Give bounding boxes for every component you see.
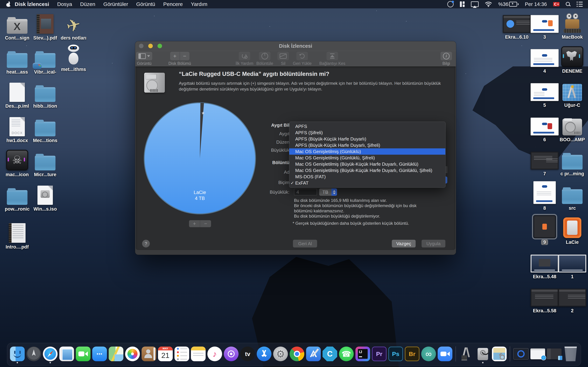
desktop-icon-2[interactable]: 2: [557, 284, 587, 314]
size-input[interactable]: 4: [294, 189, 317, 195]
dock-calendar[interactable]: MAY21: [158, 347, 173, 361]
size-unit-stepper[interactable]: TB: [319, 188, 337, 196]
desktop-icon-6[interactable]: 6: [530, 112, 560, 142]
dock-whatsapp[interactable]: ☎: [339, 347, 354, 361]
title-bar[interactable]: Disk İzlencesi: [135, 41, 456, 51]
dock-messages[interactable]: •••: [92, 347, 107, 361]
dock-minimized-finder-window[interactable]: [547, 349, 562, 359]
desktop-icon-heat-ass[interactable]: heat...ass: [2, 45, 32, 75]
toolbar-erase[interactable]: Sil: [277, 52, 289, 66]
desktop-icon-c-programming[interactable]: c pr...ming: [557, 146, 587, 176]
desktop-icon-9-selected[interactable]: 9: [530, 215, 560, 245]
desktop-icon-deneme[interactable]: DENEME: [557, 44, 587, 74]
menu-item-exfat-checked[interactable]: ✓ExFAT: [289, 180, 445, 186]
dock-circuit-tool[interactable]: [459, 347, 474, 361]
menu-item-apfs-case-sensitive[interactable]: APFS (Büyük-Küçük Harfe Duyarlı): [289, 136, 445, 142]
menu-item-msdos-fat[interactable]: MS-DOS (FAT): [289, 174, 445, 180]
toolbar-view[interactable]: Görüntü: [136, 52, 152, 66]
toolbar-disk-partition[interactable]: + − Disk Bölümü: [168, 52, 191, 66]
dock-minimized-lacie-window[interactable]: [513, 348, 529, 360]
desktop-icon-ekran-6-10[interactable]: Ekra...6.10: [502, 10, 532, 40]
add-partition-button[interactable]: +: [189, 220, 200, 227]
input-source-turkish-flag-icon[interactable]: ★: [553, 2, 560, 6]
dock-xcode[interactable]: [306, 347, 321, 361]
desktop-icon-micr-ture[interactable]: Micr...ture: [30, 147, 60, 177]
dock-contacts[interactable]: [142, 347, 156, 361]
dock-reminders[interactable]: [174, 347, 189, 361]
dock-arduino[interactable]: ∞: [421, 347, 436, 361]
desktop-icon-win-s-iso[interactable]: Win...s.iso: [30, 182, 60, 212]
partition-pie-chart[interactable]: * LaCie 4 TB: [143, 101, 257, 215]
desktop-icon-met-ithms[interactable]: met...ithms: [59, 42, 88, 72]
dock-zoom[interactable]: [438, 347, 452, 361]
desktop-icon-8[interactable]: 8: [530, 181, 560, 211]
clock[interactable]: Per 14:36: [525, 1, 547, 7]
desktop-icon-macbook[interactable]: MacBook: [557, 10, 587, 40]
desktop-icon-ekran-5-48[interactable]: Ekra...5.48: [530, 249, 560, 279]
menu-item-macos-extended-journaled-encrypted[interactable]: Mac OS Genişletilmiş (Günlüklü, Şifreli): [289, 155, 445, 161]
add-partition-button[interactable]: +: [170, 52, 180, 60]
cancel-button[interactable]: Vazgeç: [392, 240, 416, 248]
menu-item-macos-extended-journaled-selected[interactable]: Mac OS Genişletilmiş (Günlüklü): [289, 148, 445, 155]
menu-duzen[interactable]: Düzen: [76, 0, 99, 8]
spotlight-icon[interactable]: [566, 2, 570, 7]
airplay-icon[interactable]: [471, 1, 479, 7]
menu-yardim[interactable]: Yardım: [187, 0, 211, 8]
desktop-icon-src[interactable]: src: [557, 181, 587, 211]
toolbar-restore[interactable]: Geri Yükle: [293, 52, 312, 66]
desktop-icon-5[interactable]: 5: [530, 78, 560, 108]
desktop-icon-cont-sign[interactable]: X Cont...sign: [2, 11, 32, 41]
dock-trash[interactable]: [563, 347, 578, 361]
dock-chrome[interactable]: [290, 347, 304, 361]
dock-system-preferences[interactable]: ⚙: [273, 347, 288, 361]
desktop-icon-3[interactable]: 3: [530, 10, 560, 40]
dock-music[interactable]: ♪: [207, 347, 222, 361]
dock-intellij-idea[interactable]: IJ: [355, 347, 370, 361]
desktop-icon-ders-notlari[interactable]: ✈ ders notları: [59, 11, 88, 41]
dock-apple-tv[interactable]: tv: [240, 347, 255, 361]
remove-partition-button[interactable]: −: [200, 220, 211, 227]
stepper-arrows-icon[interactable]: [331, 188, 337, 196]
dock-photoshop[interactable]: Ps: [388, 347, 403, 361]
dock-notes[interactable]: [191, 347, 206, 361]
desktop-icon-boo-amp[interactable]: BOO...AMP: [557, 112, 587, 142]
apply-button[interactable]: Uygula: [422, 240, 445, 248]
dock-safari[interactable]: [43, 347, 58, 361]
desktop-icon-lacie[interactable]: LaCie: [557, 215, 587, 245]
remove-partition-button[interactable]: −: [180, 52, 189, 60]
desktop-icon-pdf-book[interactable]: Stev...).pdf: [30, 11, 60, 41]
menu-pencere[interactable]: Pencere: [159, 0, 187, 8]
toolbar-unmount[interactable]: Bağlantıyı Kes: [319, 52, 345, 66]
toolbar-info[interactable]: i Bilgi: [441, 52, 452, 66]
desktop-icon-ugur-c[interactable]: Uğur-C: [557, 78, 587, 108]
menu-item-apfs-case-sensitive-encrypted[interactable]: APFS (Büyük-Küçük Harfe Duyarlı, Şifreli…: [289, 142, 445, 148]
dock-bridge[interactable]: Br: [405, 347, 419, 361]
menu-dosya[interactable]: Dosya: [53, 0, 76, 8]
menu-item-apfs[interactable]: APFS: [289, 123, 445, 130]
dock-photos[interactable]: [125, 347, 140, 361]
desktop-icon-mec-tions[interactable]: Mec...tions: [30, 113, 60, 143]
dock-premiere-pro[interactable]: Pr: [372, 347, 387, 361]
desktop-icon-ekran-5-58[interactable]: Ekra...5.58: [530, 284, 560, 314]
menu-item-macos-extended-case-journaled[interactable]: Mac OS Genişletilmiş (Büyük-Küçük Harfe …: [289, 161, 445, 167]
desktop-icon-hibb-ition[interactable]: hibb...ition: [30, 79, 60, 109]
desktop-icon-vibr-ical[interactable]: Vibr...ical-: [30, 45, 60, 75]
dock-disk-utility[interactable]: [476, 347, 490, 361]
dock-finder[interactable]: [10, 347, 25, 361]
dock-camtasia[interactable]: C: [322, 347, 337, 361]
toolbar-first-aid[interactable]: İlk Yardım: [235, 52, 253, 66]
dock-maps[interactable]: 3D: [109, 347, 123, 361]
menu-goruntuler[interactable]: Görüntüler: [99, 0, 132, 8]
desktop-icon-7[interactable]: 7: [530, 146, 560, 176]
toolbar-partition[interactable]: Bölüntüle: [256, 52, 273, 66]
magnet-icon[interactable]: [460, 1, 465, 7]
help-button[interactable]: ?: [142, 240, 150, 248]
desktop-icon-des-p-iml[interactable]: Des...p.iml: [2, 79, 32, 109]
desktop-icon-1[interactable]: 1: [557, 249, 587, 279]
dock-app-store[interactable]: [257, 347, 271, 361]
apple-menu-icon[interactable]: [6, 2, 11, 7]
dock-podcasts[interactable]: [224, 347, 239, 361]
screen-recording-icon[interactable]: [447, 1, 454, 7]
notification-center-icon[interactable]: [577, 1, 583, 7]
dock-facetime[interactable]: [76, 347, 90, 361]
